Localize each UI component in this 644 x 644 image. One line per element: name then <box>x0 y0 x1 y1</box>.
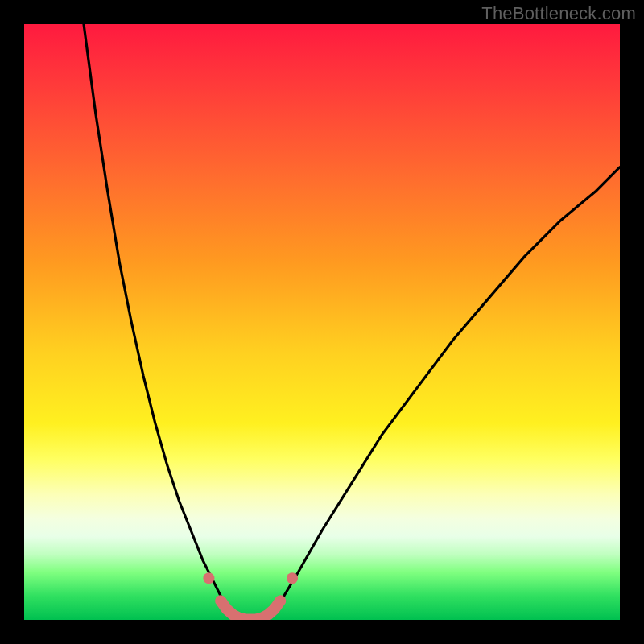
accent-dots <box>203 572 298 584</box>
accent-dot <box>287 572 298 584</box>
accent-dot <box>203 572 214 584</box>
curve-bottom-accent <box>221 601 280 619</box>
chart-frame: TheBottleneck.com <box>0 0 644 644</box>
curve-right <box>268 167 620 617</box>
plot-background <box>24 24 620 620</box>
watermark-text: TheBottleneck.com <box>481 3 636 24</box>
curve-left <box>84 24 233 617</box>
bottleneck-curve <box>24 24 620 620</box>
